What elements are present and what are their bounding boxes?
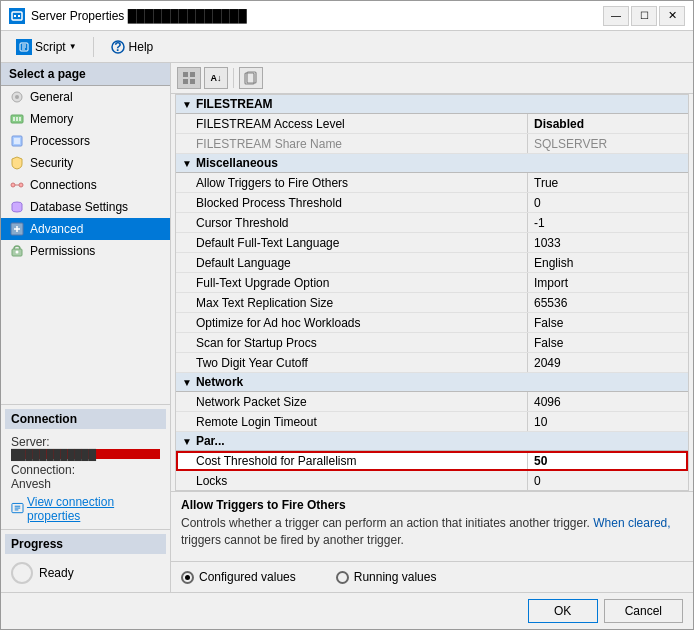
- table-row[interactable]: Remote Login Timeout 10: [176, 412, 688, 432]
- section-header-filestream[interactable]: ▼ FILESTREAM: [176, 95, 688, 114]
- left-panel: Select a page General Memory Processors: [1, 63, 171, 592]
- property-pages-button[interactable]: [239, 67, 263, 89]
- prop-value: 1033: [528, 233, 688, 252]
- parallelism-chevron-icon: ▼: [182, 436, 192, 447]
- table-row[interactable]: Default Language English: [176, 253, 688, 273]
- property-pages-icon: [244, 71, 258, 85]
- prop-name: Full-Text Upgrade Option: [176, 273, 528, 292]
- svg-point-10: [15, 95, 19, 99]
- sidebar-item-memory[interactable]: Memory: [1, 108, 170, 130]
- table-row[interactable]: Scan for Startup Procs False: [176, 333, 688, 353]
- help-icon: ?: [110, 39, 126, 55]
- progress-spinner: [11, 562, 33, 584]
- table-row[interactable]: Allow Triggers to Fire Others True: [176, 173, 688, 193]
- script-button[interactable]: Script ▼: [9, 36, 84, 58]
- table-row[interactable]: Default Full-Text Language 1033: [176, 233, 688, 253]
- maximize-button[interactable]: ☐: [631, 6, 657, 26]
- connection-section-header: Connection: [5, 409, 166, 429]
- script-label: Script: [35, 40, 66, 54]
- configured-values-radio-circle: [181, 571, 194, 584]
- running-values-radio[interactable]: Running values: [336, 570, 437, 584]
- parallelism-section-label: Par...: [196, 434, 225, 448]
- toolbar-separator: [93, 37, 94, 57]
- sidebar-item-security[interactable]: Security: [1, 152, 170, 174]
- table-row[interactable]: Max Text Replication Size 65536: [176, 293, 688, 313]
- minimize-button[interactable]: —: [603, 6, 629, 26]
- alphabetical-view-button[interactable]: A↓: [204, 67, 228, 89]
- progress-row: Ready: [5, 558, 166, 588]
- sidebar-item-database-settings[interactable]: Database Settings: [1, 196, 170, 218]
- prop-name: Cursor Threshold: [176, 213, 528, 232]
- svg-rect-16: [14, 138, 20, 144]
- svg-rect-12: [13, 117, 15, 121]
- description-text: Controls whether a trigger can perform a…: [181, 515, 683, 549]
- sidebar-item-permissions[interactable]: Permissions: [1, 240, 170, 262]
- table-row[interactable]: Blocked Process Threshold 0: [176, 193, 688, 213]
- prop-value: Import: [528, 273, 688, 292]
- prop-name: Network Packet Size: [176, 392, 528, 411]
- help-button[interactable]: ? Help: [103, 36, 161, 58]
- cancel-button[interactable]: Cancel: [604, 599, 683, 623]
- ok-button[interactable]: OK: [528, 599, 598, 623]
- help-label: Help: [129, 40, 154, 54]
- sidebar-item-label: Processors: [30, 134, 90, 148]
- sidebar-item-label: Permissions: [30, 244, 95, 258]
- prop-value: -1: [528, 213, 688, 232]
- prop-value: 4096: [528, 392, 688, 411]
- prop-name: Default Language: [176, 253, 528, 272]
- view-connection-properties-link[interactable]: View connection properties: [5, 493, 166, 525]
- database-settings-icon: [9, 199, 25, 215]
- categorized-view-button[interactable]: [177, 67, 201, 89]
- memory-icon: [9, 111, 25, 127]
- sidebar-item-processors[interactable]: Processors: [1, 130, 170, 152]
- sidebar-item-general[interactable]: General: [1, 86, 170, 108]
- section-header-network[interactable]: ▼ Network: [176, 373, 688, 392]
- sidebar-item-connections[interactable]: Connections: [1, 174, 170, 196]
- table-row[interactable]: Cursor Threshold -1: [176, 213, 688, 233]
- prop-value: English: [528, 253, 688, 272]
- filestream-section-label: FILESTREAM: [196, 97, 273, 111]
- svg-rect-13: [16, 117, 18, 121]
- connection-section: Connection Server: ████████████ Connecti…: [1, 404, 170, 529]
- table-row[interactable]: FILESTREAM Share Name SQLSERVER: [176, 134, 688, 154]
- table-row[interactable]: Two Digit Year Cutoff 2049: [176, 353, 688, 373]
- server-properties-dialog: Server Properties ██████████████ — ☐ ✕ S…: [0, 0, 694, 630]
- sidebar-item-advanced[interactable]: Advanced: [1, 218, 170, 240]
- configured-values-label: Configured values: [199, 570, 296, 584]
- table-row[interactable]: Full-Text Upgrade Option Import: [176, 273, 688, 293]
- table-row-highlighted[interactable]: Cost Threshold for Parallelism 50: [176, 451, 688, 471]
- svg-text:?: ?: [114, 40, 121, 54]
- svg-rect-14: [19, 117, 21, 121]
- svg-rect-0: [12, 12, 22, 20]
- svg-rect-33: [190, 79, 195, 84]
- sidebar-item-label: Memory: [30, 112, 73, 126]
- connections-icon: [9, 177, 25, 193]
- prop-name: Scan for Startup Procs: [176, 333, 528, 352]
- properties-table[interactable]: ▼ FILESTREAM FILESTREAM Access Level Dis…: [175, 94, 689, 491]
- table-row[interactable]: Optimize for Ad hoc Workloads False: [176, 313, 688, 333]
- desc-text-highlight: When cleared,: [590, 516, 671, 530]
- configured-values-radio[interactable]: Configured values: [181, 570, 296, 584]
- server-value: ████████████: [11, 449, 160, 459]
- table-row[interactable]: Network Packet Size 4096: [176, 392, 688, 412]
- connection-detail: Connection: Anvesh: [5, 461, 166, 493]
- toolbar: Script ▼ ? Help: [1, 31, 693, 63]
- processors-icon: [9, 133, 25, 149]
- progress-status: Ready: [39, 566, 74, 580]
- table-row[interactable]: Locks 0: [176, 471, 688, 491]
- miscellaneous-section-label: Miscellaneous: [196, 156, 278, 170]
- svg-rect-1: [14, 15, 16, 17]
- prop-value: 0: [528, 193, 688, 212]
- close-button[interactable]: ✕: [659, 6, 685, 26]
- section-header-parallelism[interactable]: ▼ Par...: [176, 432, 688, 451]
- prop-value: False: [528, 313, 688, 332]
- section-header-miscellaneous[interactable]: ▼ Miscellaneous: [176, 154, 688, 173]
- prop-name: Allow Triggers to Fire Others: [176, 173, 528, 192]
- window-controls: — ☐ ✕: [603, 6, 685, 26]
- sidebar-item-label: General: [30, 90, 73, 104]
- title-bar: Server Properties ██████████████ — ☐ ✕: [1, 1, 693, 31]
- table-row[interactable]: FILESTREAM Access Level Disabled: [176, 114, 688, 134]
- svg-point-18: [19, 183, 23, 187]
- advanced-icon: [9, 221, 25, 237]
- desc-text-part2: triggers cannot be fired by another trig…: [181, 533, 404, 547]
